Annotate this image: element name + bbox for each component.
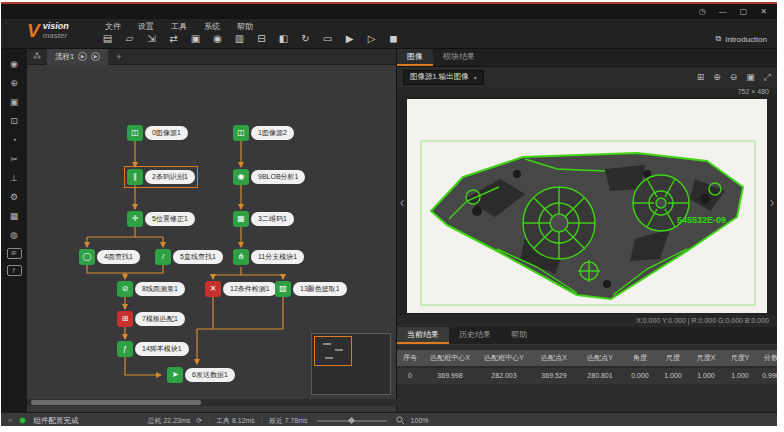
tab-image[interactable]: 图像 (397, 49, 433, 66)
flow-node-blob-analysis[interactable]: ◉9BLOB分析1 (233, 169, 305, 185)
introduction-icon: ⧉ (715, 34, 721, 44)
flow-node-line-circle-measure[interactable]: ⊘8线圆测量1 (117, 281, 185, 297)
toolbar-communication-button[interactable]: ▭ (321, 33, 334, 44)
toolbar-io-settings-button[interactable]: ⊟ (255, 33, 268, 44)
column-header: 尺度X (689, 350, 723, 366)
toolbar-open-button[interactable]: ▱ (123, 33, 136, 44)
close-button[interactable]: ✕ (760, 5, 767, 18)
menu-tools[interactable]: 工具 (171, 21, 187, 32)
scrollbar-thumb[interactable] (31, 400, 201, 405)
flow-node-line-find[interactable]: /5直线查找1 (155, 249, 223, 265)
toolbar-layout-button[interactable]: ▣ (189, 33, 202, 44)
sidebar-clip-tool[interactable]: ✂ (7, 153, 22, 166)
toolbar-export-button[interactable]: ⇲ (145, 33, 158, 44)
flow-hierarchy-icon[interactable]: ⁂ (33, 52, 41, 61)
menu-settings[interactable]: 设置 (138, 21, 154, 32)
zoom-in-button[interactable]: ⊕ (713, 72, 721, 83)
collapse-statusbar-button[interactable]: » (8, 416, 12, 425)
view-icons: ⊞⊕⊖▣⤢ (697, 72, 771, 83)
minimize-button[interactable]: — (719, 5, 727, 18)
flow-node-image-source-2[interactable]: ◫1图像源2 (233, 125, 294, 141)
sidebar-color-tool[interactable]: ▦ (7, 210, 22, 223)
refresh-icon[interactable]: ⟳ (196, 417, 202, 425)
sidebar-circle-tool[interactable]: ◔ (7, 134, 22, 147)
table-row[interactable]: 0369.998282.003369.529280.8010.0001.0001… (397, 368, 777, 384)
flow-node-condition-check[interactable]: ✕12条件检测1 (205, 281, 277, 297)
sidebar-if-logic-tool[interactable]: IF (7, 248, 22, 259)
flow-run-once-icon[interactable]: ▶ (78, 52, 87, 61)
tab-help[interactable]: 帮助 (501, 327, 537, 344)
actual-size-button[interactable]: ▣ (746, 72, 755, 83)
flow-node-branch-module[interactable]: ⋔11分支模块1 (233, 249, 304, 265)
cell: 369.998 (423, 368, 477, 384)
part-overlay-graphic: 545532E-09 (407, 99, 767, 313)
sidebar-recognition-tool[interactable]: ◍ (7, 229, 22, 242)
flow-node-label: 7模板匹配1 (135, 312, 185, 326)
about-button[interactable]: ◷ (699, 5, 706, 18)
next-image-button[interactable]: › (767, 192, 777, 212)
sidebar-target-tool[interactable]: ⊕ (7, 77, 22, 90)
introduction-link[interactable]: ⧉ Introduction (715, 34, 767, 44)
branch-module-icon: ⋔ (233, 249, 249, 265)
sidebar-script-tool[interactable]: ƒ (7, 265, 22, 276)
flow-node-circle-find[interactable]: ◯4圆查找1 (79, 249, 140, 265)
add-flow-button[interactable]: + (116, 52, 121, 62)
tab-module-result[interactable]: 模块结果 (433, 49, 485, 66)
toolbar-module-button[interactable]: ◧ (277, 33, 290, 44)
zoom-out-button[interactable]: ⊖ (730, 72, 738, 83)
logo-v-icon: V (27, 21, 40, 41)
tab-current-result[interactable]: 当前结果 (397, 327, 449, 344)
result-tabs: 当前结果历史结果帮助 (397, 327, 777, 345)
total-time: 总耗 22.23ms (147, 416, 190, 426)
script-module-icon: ƒ (117, 341, 133, 357)
toolbar-run-once-button[interactable]: ▶ (343, 33, 356, 44)
menu-file[interactable]: 文件 (105, 21, 121, 32)
flow-node-template-match[interactable]: ⊞7模板匹配1 (117, 311, 185, 327)
image-source-dropdown[interactable]: 图像源1.输出图像 ▾ (403, 70, 484, 85)
flow-run-loop-icon[interactable]: ▶ (91, 52, 100, 61)
flow-node-qr-code[interactable]: ▦3二维码1 (233, 211, 294, 227)
toolbar-module-list-button[interactable]: ▥ (233, 33, 246, 44)
fullscreen-button[interactable]: ⤢ (764, 72, 771, 83)
flow-node-barcode-recognition[interactable]: ∥2条码识别1 (127, 169, 195, 185)
sidebar-camera-tool[interactable]: ◉ (7, 58, 22, 71)
menu-help[interactable]: 帮助 (237, 21, 253, 32)
toolbar-save-button[interactable]: ▤ (101, 33, 114, 44)
horizontal-scrollbar[interactable] (27, 399, 397, 406)
toolbar-link-button[interactable]: ⇄ (167, 33, 180, 44)
flow-node-color-extract[interactable]: ▨13颜色提取1 (275, 281, 347, 297)
prev-image-button[interactable]: ‹ (397, 192, 407, 212)
sidebar-image-tool[interactable]: ▣ (7, 96, 22, 109)
sidebar-focus-tool[interactable]: ⊡ (7, 115, 22, 128)
flow-node-send-data[interactable]: ➤6发送数据1 (167, 367, 235, 383)
sidebar-measure-tool[interactable]: ⊥ (7, 172, 22, 185)
restore-button[interactable]: ▢ (740, 5, 748, 18)
flow-node-position-correction[interactable]: ✛5位置修正1 (127, 211, 195, 227)
flow-node-image-source-1[interactable]: ◫0图像源1 (127, 125, 188, 141)
fit-view-button[interactable]: ⊞ (697, 72, 705, 83)
flow-node-label: 2条码识别1 (145, 170, 195, 184)
toolbar-run-continuous-button[interactable]: ▷ (365, 33, 378, 44)
sidebar-calib-tool[interactable]: ⚙ (7, 191, 22, 204)
zoom-slider[interactable] (317, 420, 387, 422)
minimap-viewport[interactable] (314, 336, 352, 366)
flow-node-script-module[interactable]: ƒ14脚本模块1 (117, 341, 189, 357)
column-header: 尺度Y (723, 350, 757, 366)
minimap[interactable] (311, 333, 391, 395)
cell: 280.801 (577, 368, 623, 384)
toolbar-global-trigger-button[interactable]: ↻ (299, 33, 312, 44)
flow-node-label: 5直线查找1 (173, 250, 223, 264)
menu-system[interactable]: 系统 (204, 21, 220, 32)
image-viewport[interactable]: ‹ (397, 97, 777, 315)
toolbar-camera-button[interactable]: ◉ (211, 33, 224, 44)
flow-tab[interactable]: 流程1 ▶ ▶ (47, 49, 108, 65)
flow-node-label: 5位置修正1 (145, 212, 195, 226)
status-run-indicator (19, 417, 26, 424)
flow-canvas[interactable]: ◫0图像源1◫1图像源2∥2条码识别1◉9BLOB分析1✛5位置修正1▦3二维码… (27, 65, 397, 399)
menu-bar: 文件设置工具系统帮助 (105, 21, 253, 32)
cell: 0.000 (623, 368, 657, 384)
toolbar-stop-button[interactable]: ◼ (387, 33, 400, 44)
flow-node-label: 6发送数据1 (185, 368, 235, 382)
tab-history-result[interactable]: 历史结果 (449, 327, 501, 344)
divider: | (208, 417, 210, 424)
